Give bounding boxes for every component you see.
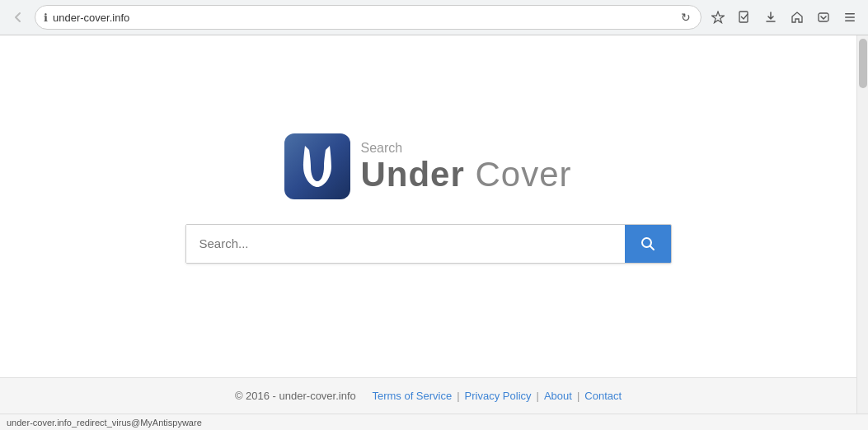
svg-rect-1 bbox=[819, 13, 828, 21]
svg-rect-0 bbox=[739, 12, 748, 22]
footer-copyright: © 2016 - under-cover.info bbox=[235, 390, 356, 402]
page-wrapper: Search Under Cover bbox=[0, 35, 868, 414]
scrollbar[interactable] bbox=[856, 35, 868, 414]
footer-links: © 2016 - under-cover.info Terms of Servi… bbox=[0, 390, 856, 402]
browser-toolbar: ℹ ↻ bbox=[0, 0, 868, 35]
back-button[interactable] bbox=[7, 6, 30, 29]
address-input[interactable] bbox=[53, 12, 674, 24]
footer-sep1 bbox=[364, 390, 368, 402]
reload-button[interactable]: ↻ bbox=[679, 9, 692, 26]
footer-sep2: | bbox=[457, 390, 459, 402]
about-link[interactable]: About bbox=[544, 390, 572, 402]
footer-sep4: | bbox=[577, 390, 579, 402]
status-text: under-cover.info_redirect_virus@MyAntisp… bbox=[7, 418, 202, 428]
contact-link[interactable]: Contact bbox=[584, 390, 622, 402]
info-icon[interactable]: ℹ bbox=[44, 12, 48, 24]
search-input[interactable] bbox=[186, 225, 625, 263]
svg-rect-4 bbox=[845, 21, 855, 22]
logo-icon bbox=[284, 133, 350, 199]
search-button[interactable] bbox=[625, 225, 671, 263]
privacy-link[interactable]: Privacy Policy bbox=[465, 390, 532, 402]
status-bar: under-cover.info_redirect_virus@MyAntisp… bbox=[0, 414, 868, 430]
logo-search-label: Search bbox=[360, 141, 571, 156]
search-container bbox=[185, 224, 672, 264]
logo-brand: Under Cover bbox=[360, 157, 571, 192]
bookmark-star-button[interactable] bbox=[706, 6, 730, 29]
page-content: Search Under Cover bbox=[0, 35, 856, 414]
download-button[interactable] bbox=[759, 6, 782, 29]
bookmark-manager-button[interactable] bbox=[733, 6, 756, 29]
svg-rect-2 bbox=[845, 13, 855, 15]
terms-link[interactable]: Terms of Service bbox=[372, 390, 452, 402]
logo-brand-under: Under bbox=[360, 155, 464, 194]
footer-sep3: | bbox=[537, 390, 539, 402]
home-button[interactable] bbox=[786, 6, 809, 29]
scrollbar-thumb[interactable] bbox=[859, 39, 867, 88]
logo-area: Search Under Cover bbox=[284, 133, 571, 199]
pocket-button[interactable] bbox=[812, 6, 835, 29]
footer: © 2016 - under-cover.info Terms of Servi… bbox=[0, 377, 856, 414]
address-bar-container: ℹ ↻ bbox=[35, 5, 701, 30]
main-content: Search Under Cover bbox=[0, 35, 856, 377]
logo-brand-cover: Cover bbox=[475, 155, 571, 194]
svg-rect-3 bbox=[845, 16, 855, 18]
browser-chrome: ℹ ↻ bbox=[0, 0, 868, 35]
menu-button[interactable] bbox=[838, 6, 861, 29]
logo-text: Search Under Cover bbox=[360, 141, 571, 192]
browser-actions bbox=[706, 6, 861, 29]
